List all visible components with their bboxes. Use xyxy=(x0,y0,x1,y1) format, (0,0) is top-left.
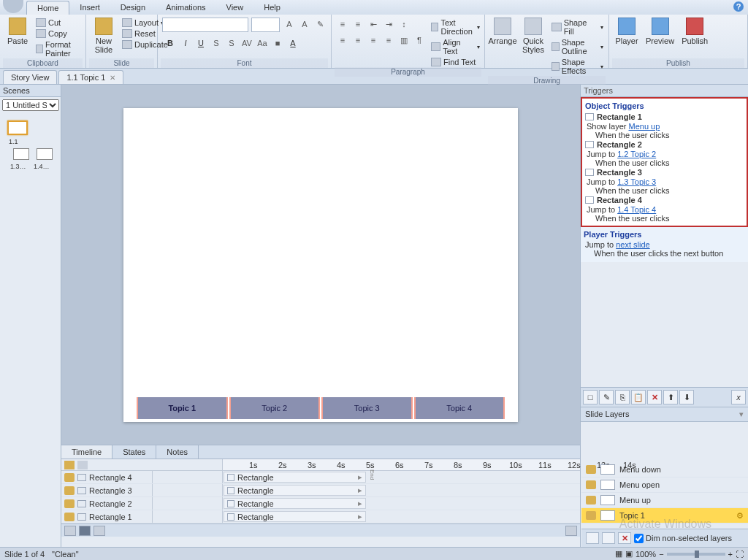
topic-3[interactable]: Topic 3 xyxy=(321,397,413,419)
shrink-font-icon[interactable]: A xyxy=(298,18,311,31)
align-right-icon[interactable]: ≡ xyxy=(367,34,380,47)
publish-button[interactable]: Publish xyxy=(679,16,711,47)
fontcolor-icon[interactable]: A xyxy=(286,37,299,50)
layer-item[interactable]: Menu up xyxy=(581,493,748,508)
timeline-row[interactable]: Rectangle 2Rectangle▸ xyxy=(61,497,580,510)
justify-icon[interactable]: ≡ xyxy=(382,34,395,47)
delete-trigger-button[interactable]: ✕ xyxy=(647,390,662,404)
layer-item[interactable]: Topic 1⚙ xyxy=(581,508,748,523)
align-left-icon[interactable]: ≡ xyxy=(336,34,349,47)
states-tab[interactable]: States xyxy=(112,445,156,459)
gear-icon[interactable]: ⚙ xyxy=(736,511,744,521)
trigger-action[interactable]: Jump to 1.4 Topic 4 xyxy=(585,205,744,214)
trigger-object[interactable]: Rectangle 3 xyxy=(585,167,744,177)
format-painter-button[interactable]: Format Painter xyxy=(34,39,83,58)
outdent-icon[interactable]: ⇤ xyxy=(367,18,380,31)
shadow-icon[interactable]: S xyxy=(225,37,238,50)
topic-4[interactable]: Topic 4 xyxy=(414,397,505,419)
shape-fill-button[interactable]: Shape Fill▾ xyxy=(549,18,606,37)
tab-view[interactable]: View xyxy=(216,1,254,14)
align-text-button[interactable]: Align Text▾ xyxy=(429,37,482,56)
zoom-in-button[interactable]: + xyxy=(728,550,733,559)
layer-item[interactable]: Menu down xyxy=(581,462,748,477)
lock-icon[interactable] xyxy=(77,487,86,494)
fit-button[interactable]: ⛶ xyxy=(736,550,744,559)
view-normal-icon[interactable]: ▦ xyxy=(615,549,622,559)
slide-canvas[interactable]: Topic 1 Topic 2 Topic 3 Topic 4 xyxy=(123,108,518,422)
play-button[interactable] xyxy=(79,526,91,536)
find-text-button[interactable]: Find Text xyxy=(429,57,482,67)
tab-insert[interactable]: Insert xyxy=(69,1,110,14)
tab-animations[interactable]: Animations xyxy=(156,1,215,14)
timeline-row[interactable]: Rectangle 3Rectangle▸ xyxy=(61,484,580,497)
spacing-icon[interactable]: AV xyxy=(240,37,253,50)
scene-select[interactable]: 1 Untitled S... xyxy=(2,99,59,111)
eye-icon[interactable] xyxy=(64,486,75,495)
paste-button[interactable]: Paste xyxy=(3,16,32,47)
timeline-row[interactable]: Rectangle 1Rectangle▸ xyxy=(61,510,580,523)
new-layer-button[interactable] xyxy=(586,532,599,544)
help-icon[interactable]: ? xyxy=(733,1,744,12)
shape-outline-button[interactable]: Shape Outline▾ xyxy=(549,37,606,56)
align-center-icon[interactable]: ≡ xyxy=(351,34,365,47)
rtl-icon[interactable]: ¶ xyxy=(413,34,426,47)
copy-trigger-button[interactable]: ⎘ xyxy=(615,390,630,404)
topic-1[interactable]: Topic 1 xyxy=(137,397,228,419)
timeline-tab[interactable]: Timeline xyxy=(61,445,112,459)
eye-icon[interactable] xyxy=(64,499,75,508)
variables-button[interactable]: x xyxy=(731,390,746,404)
eye-icon[interactable] xyxy=(586,511,596,520)
zoom-out-button[interactable]: − xyxy=(659,550,663,559)
eye-icon[interactable] xyxy=(64,473,75,482)
case-icon[interactable]: Aa xyxy=(256,37,269,50)
tab-design[interactable]: Design xyxy=(110,1,156,14)
lock-icon[interactable] xyxy=(77,513,86,521)
timeline-ruler[interactable]: 1s2s3s4s5s6s7s8s9s10s11s12s13s14s End xyxy=(223,459,580,470)
trigger-action[interactable]: Jump to 1.2 Topic 2 xyxy=(585,150,744,158)
preview-button[interactable]: Preview xyxy=(643,16,677,47)
font-size-select[interactable] xyxy=(251,18,280,32)
tab-home[interactable]: Home xyxy=(26,1,69,15)
numbering-icon[interactable]: ≡ xyxy=(351,18,365,31)
zoom-timeline-icon[interactable] xyxy=(565,526,577,536)
delete-layer-button[interactable]: ✕ xyxy=(618,532,631,544)
eye-icon[interactable] xyxy=(586,496,596,505)
slide-layers-header[interactable]: Slide Layers▾ xyxy=(581,407,748,422)
player-trigger-action[interactable]: Jump to next slide xyxy=(584,240,745,249)
linespacing-icon[interactable]: ↕ xyxy=(397,18,411,31)
copy-button[interactable]: Copy xyxy=(34,28,83,39)
player-button[interactable]: Player xyxy=(612,16,641,47)
close-tab-icon[interactable]: ✕ xyxy=(110,74,115,82)
grow-font-icon[interactable]: A xyxy=(283,18,296,31)
bold-icon[interactable]: B xyxy=(164,37,177,50)
eye-icon[interactable] xyxy=(586,465,596,474)
slide-tab[interactable]: 1.1 Topic 1✕ xyxy=(58,70,123,84)
eye-icon[interactable] xyxy=(64,513,75,521)
timeline-bar[interactable]: Rectangle▸ xyxy=(224,511,366,522)
shape-effects-button[interactable]: Shape Effects▾ xyxy=(549,57,606,76)
trigger-object[interactable]: Rectangle 1 xyxy=(585,112,744,122)
new-trigger-button[interactable]: □ xyxy=(583,390,598,404)
underline-icon[interactable]: U xyxy=(194,37,207,50)
lock-header-icon[interactable] xyxy=(77,461,88,469)
app-logo[interactable] xyxy=(3,0,23,13)
strike-icon[interactable]: S xyxy=(210,37,223,50)
clear-format-icon[interactable]: ✎ xyxy=(313,18,327,31)
scene-thumb-3[interactable] xyxy=(37,148,53,160)
timeline-bar[interactable]: Rectangle▸ xyxy=(224,498,366,509)
layer-item[interactable]: Menu open xyxy=(581,477,748,493)
lock-icon[interactable] xyxy=(77,474,86,481)
stop-button[interactable] xyxy=(94,526,105,536)
cut-button[interactable]: Cut xyxy=(34,18,83,28)
eye-header-icon[interactable] xyxy=(64,461,75,469)
highlight-icon[interactable]: ■ xyxy=(271,37,284,50)
notes-tab[interactable]: Notes xyxy=(156,445,199,459)
timeline-bar[interactable]: Rectangle▸ xyxy=(224,485,366,496)
trigger-action[interactable]: Jump to 1.3 Topic 3 xyxy=(585,177,744,186)
trigger-object[interactable]: Rectangle 2 xyxy=(585,139,744,150)
eye-icon[interactable] xyxy=(586,480,596,489)
scene-thumb-2[interactable] xyxy=(13,148,29,160)
timeline-row[interactable]: Rectangle 4Rectangle▸ xyxy=(61,471,580,484)
dim-layers-checkbox[interactable]: Dim non-selected layers xyxy=(634,534,732,543)
scene-thumb-1[interactable] xyxy=(7,120,28,135)
